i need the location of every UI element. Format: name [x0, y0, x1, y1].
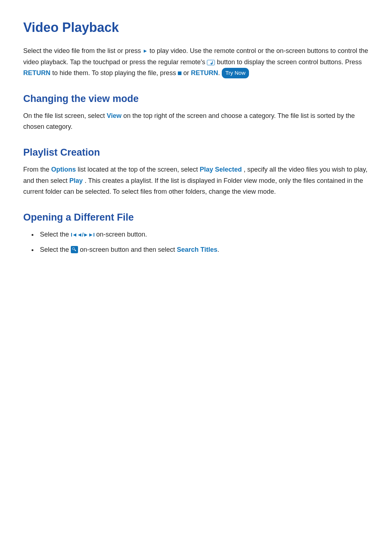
intro-text-5: or — [183, 69, 191, 77]
skip-prev-next-icon: I◄◄/►►I — [71, 231, 94, 238]
playlist-paragraph: From the Options list located at the top… — [23, 164, 369, 197]
playlist-b: list located at the top of the screen, s… — [78, 166, 200, 173]
intro-text-1: Select the video file from the list or p… — [23, 47, 143, 54]
view-mode-paragraph: On the file list screen, select View on … — [23, 110, 369, 132]
play-icon: ► — [143, 47, 148, 56]
section-heading-view-mode: Changing the view mode — [23, 93, 369, 104]
intro-text-6: . — [218, 69, 222, 77]
page-title: Video Playback — [23, 20, 369, 35]
stop-icon — [178, 71, 181, 75]
open-file-b1-b: on-screen button. — [96, 231, 147, 238]
intro-paragraph: Select the video file from the list or p… — [23, 45, 369, 79]
play-selected-label: Play Selected — [200, 166, 242, 173]
return-label-2: RETURN — [191, 69, 218, 77]
return-label-1: RETURN — [23, 69, 50, 77]
intro-text-3: button to display the screen control but… — [217, 58, 362, 66]
enter-icon — [207, 60, 215, 65]
list-item: Select the on-screen button and then sel… — [38, 244, 369, 255]
section-heading-playlist: Playlist Creation — [23, 147, 369, 158]
document-page: Video Playback Select the video file fro… — [0, 0, 392, 554]
list-item: Select the I◄◄/►►I on-screen button. — [38, 229, 369, 240]
options-label: Options — [51, 166, 76, 173]
open-file-b2-a: Select the — [40, 246, 71, 253]
intro-text-4: to hide them. To stop playing the file, … — [52, 69, 178, 77]
open-file-list: Select the I◄◄/►►I on-screen button. Sel… — [23, 229, 369, 255]
view-label: View — [107, 112, 122, 119]
search-tile-icon — [71, 246, 78, 253]
playlist-a: From the — [23, 166, 51, 173]
section-heading-open-file: Opening a Different File — [23, 212, 369, 223]
open-file-b2-c: . — [217, 246, 219, 253]
play-label: Play — [69, 177, 83, 184]
view-mode-a: On the file list screen, select — [23, 112, 107, 119]
open-file-b1-a: Select the — [40, 231, 71, 238]
try-now-badge[interactable]: Try Now — [222, 68, 249, 78]
open-file-b2-b: on-screen button and then select — [80, 246, 177, 253]
search-titles-label: Search Titles — [177, 246, 217, 253]
